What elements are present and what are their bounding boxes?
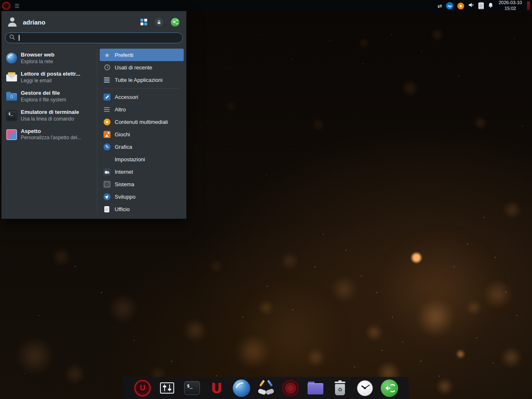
clipboard-icon[interactable] [478, 2, 484, 9]
favorite-file-manager[interactable]: ⌂ Gestore dei file Esplora il file syste… [5, 87, 96, 106]
clock-date: 2026-03-10 [499, 0, 522, 6]
view-label: Tutte le Applicazioni [115, 77, 163, 83]
dock-collaboration[interactable] [257, 379, 275, 398]
multimedia-icon [103, 118, 111, 126]
dock-emblem[interactable] [281, 379, 300, 398]
category-impostazioni[interactable]: Impostazioni [100, 153, 184, 165]
bokeh-light [235, 334, 270, 369]
menu-view-tutte-le-applicazioni[interactable]: Tutte le Applicazioni [100, 74, 184, 86]
settings-category-icon [103, 156, 111, 163]
recycle-glyph: ♻ [337, 387, 342, 392]
category-sistema[interactable]: ⚙ Sistema [100, 178, 184, 190]
category-grafica[interactable]: ✎ Grafica [100, 140, 184, 153]
favorite-subtitle: Usa la linea di comando [21, 116, 79, 122]
dock-pager[interactable] [158, 379, 176, 398]
dock-clock[interactable] [356, 379, 374, 398]
dock-leave[interactable] [380, 379, 399, 398]
handshake-icon [257, 379, 275, 397]
lock-screen-icon[interactable] [155, 18, 163, 27]
distro-logo-icon: U [134, 380, 151, 397]
favorite-title: Browser web [21, 52, 54, 59]
bokeh-light [258, 300, 274, 315]
panel-clock[interactable]: 2026-03-10 15:02 [498, 0, 523, 12]
favorite-subtitle: Personalizza l'aspetto del... [21, 135, 81, 141]
favorite-title: Emulatore di terminale [21, 109, 79, 116]
favorite-subtitle: Esplora la rete [21, 59, 54, 65]
bokeh-light [483, 279, 513, 309]
bokeh-light [306, 348, 325, 367]
volume-icon[interactable] [468, 2, 475, 10]
category-label: Altro [115, 106, 126, 113]
favorite-text: Lettore di posta elettr... Leggi le emai… [21, 71, 80, 84]
leave-icon[interactable] [171, 18, 180, 27]
favorite-terminal[interactable]: $_ Emulatore di terminale Usa la linea d… [5, 106, 96, 125]
browser-icon [6, 53, 17, 64]
bokeh-light [401, 79, 419, 97]
bokeh-light [108, 293, 138, 324]
category-accessori[interactable]: Accessori [100, 91, 184, 103]
menu-header-actions [140, 18, 180, 27]
games-icon [103, 131, 111, 138]
dock-terminal[interactable]: $_ [183, 379, 201, 398]
dock-browser[interactable] [232, 379, 251, 398]
internet-icon [103, 168, 111, 175]
category-giochi[interactable]: Giochi [100, 128, 184, 140]
category-sviluppo[interactable]: Sviluppo [100, 190, 184, 203]
clock-time: 15:02 [499, 6, 522, 12]
bokeh-light [281, 252, 298, 270]
text-cursor [19, 35, 20, 41]
favorite-text: Gestore dei file Esplora il file system [21, 90, 66, 103]
dock-file-manager[interactable] [306, 379, 325, 398]
chromium-tray-icon[interactable] [457, 2, 464, 10]
settings-icon[interactable] [140, 19, 147, 25]
folder-icon [308, 382, 323, 394]
browser-icon [233, 379, 250, 397]
category-internet[interactable]: Internet [100, 165, 184, 178]
notifications-bell-icon[interactable] [488, 2, 494, 10]
bokeh-light [436, 378, 453, 395]
username: adriano [23, 19, 45, 26]
leave-icon [381, 379, 398, 397]
application-menu: adriano Browser web Esplora la rete [1, 11, 187, 219]
category-multimedia[interactable]: Contenuti multimediali [100, 116, 184, 128]
mail-icon [6, 72, 17, 83]
dock-u-red-app[interactable]: U [207, 379, 226, 398]
favorite-subtitle: Esplora il file system [21, 97, 66, 103]
favorite-browser-web[interactable]: Browser web Esplora la rete [5, 49, 96, 68]
bokeh-light [331, 276, 357, 303]
dock-distro-logo[interactable]: U [133, 379, 152, 398]
menu-separator [104, 88, 180, 89]
input-switcher-icon[interactable]: ⇄ [438, 3, 442, 9]
bokeh-light [456, 349, 466, 359]
system-tray: ⇄ hp 2026-03-10 15:02 [438, 0, 530, 12]
user-avatar [7, 16, 18, 28]
hp-device-icon[interactable]: hp [446, 2, 453, 10]
clock-icon [357, 380, 373, 396]
dock: U $_ U ♻ [123, 377, 409, 399]
menu-view-recenti[interactable]: Usati di recente [100, 61, 184, 74]
view-label: Usati di recente [115, 64, 152, 71]
category-label: Contenuti multimediali [115, 119, 168, 125]
category-label: Accessori [115, 94, 138, 100]
dock-trash[interactable]: ♻ [331, 379, 349, 398]
distro-logo-icon[interactable] [2, 2, 10, 10]
favorite-mail-reader[interactable]: Lettore di posta elettr... Leggi le emai… [5, 68, 96, 87]
category-label: Sviluppo [115, 194, 135, 200]
menu-view-preferiti[interactable]: ★ Preferiti [100, 49, 184, 61]
terminal-icon: $_ [184, 381, 200, 395]
favorites-list: Browser web Esplora la rete Lettore di p… [5, 49, 97, 215]
terminal-icon: $_ [6, 110, 17, 121]
category-ufficio[interactable]: Ufficio [100, 203, 184, 215]
file-manager-icon: ⌂ [6, 91, 17, 102]
other-icon [103, 106, 111, 113]
category-label: Grafica [115, 144, 132, 150]
favorite-appearance[interactable]: Aspetto Personalizza l'aspetto del... [5, 125, 96, 144]
category-altro[interactable]: Altro [100, 103, 184, 116]
bokeh-light [474, 116, 487, 130]
bokeh-light [431, 28, 444, 42]
search-input[interactable] [5, 32, 183, 43]
all-apps-icon [103, 76, 111, 84]
panel-menu-icon[interactable]: ☰ [15, 3, 20, 9]
favorite-title: Aspetto [21, 128, 81, 135]
panel-edge-widget[interactable] [527, 1, 530, 10]
